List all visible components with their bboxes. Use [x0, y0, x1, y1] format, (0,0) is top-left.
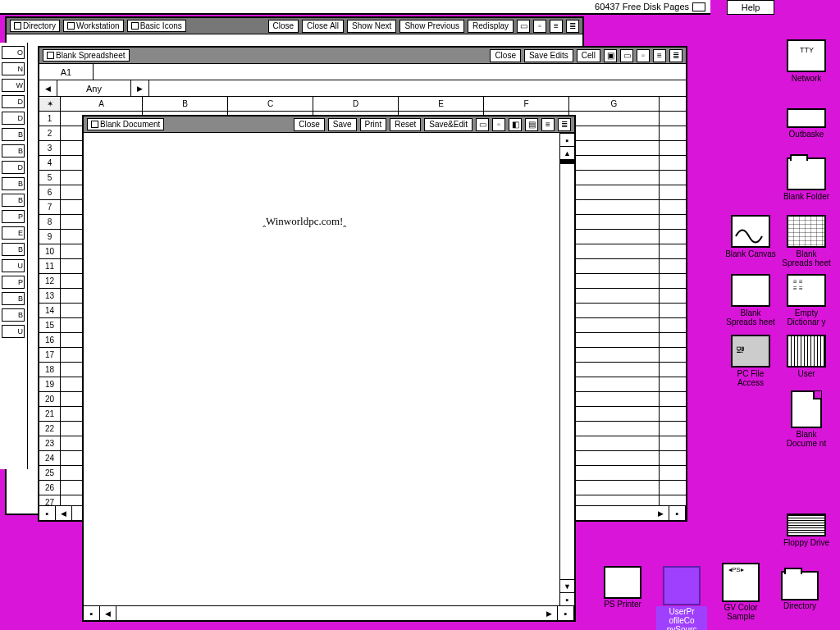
cell[interactable] — [569, 304, 660, 317]
row-header[interactable]: 4 — [39, 156, 60, 171]
column-header-B[interactable]: B — [143, 97, 228, 111]
blank-canvas-icon[interactable]: Blank Canvas — [725, 215, 776, 258]
blank-folder-icon[interactable]: Blank Folder — [781, 158, 832, 201]
cell[interactable] — [569, 466, 660, 480]
floppy-drive-icon[interactable]: Floppy Drive — [781, 514, 832, 547]
cell[interactable] — [569, 259, 660, 273]
blank-document-icon[interactable]: Blank Docume nt — [781, 390, 832, 448]
directory-icon[interactable]: Directory — [774, 571, 825, 610]
tab-directory[interactable]: Directory — [10, 20, 60, 32]
row-header[interactable]: 25 — [39, 466, 60, 481]
cell[interactable] — [569, 141, 660, 155]
doc-reset-button[interactable]: Reset — [390, 118, 421, 131]
strip-item[interactable]: B — [2, 128, 25, 141]
pc-file-access-icon[interactable]: 🖳PC File Access — [725, 335, 776, 387]
ss-cell-button[interactable]: Cell — [577, 49, 600, 62]
hscroll-stop-icon[interactable]: ▪ — [39, 506, 56, 520]
window-button-3[interactable]: ≡ — [550, 20, 563, 33]
window-button-1[interactable]: ▭ — [517, 20, 530, 33]
cell[interactable] — [569, 422, 660, 436]
cell[interactable] — [569, 289, 660, 303]
strip-item[interactable]: P — [2, 276, 25, 289]
cell[interactable] — [569, 185, 660, 199]
hscroll-left-icon[interactable] — [56, 506, 72, 520]
row-header[interactable]: 17 — [39, 348, 60, 363]
row-header[interactable]: 20 — [39, 392, 60, 407]
row-header[interactable]: 15 — [39, 318, 60, 333]
ss-win-btn-1[interactable]: ▣ — [604, 49, 617, 62]
hscroll-stop-icon[interactable]: ▪ — [84, 606, 100, 620]
doc-vertical-scrollbar[interactable]: ▪ ▪ — [559, 133, 574, 605]
hscroll-right-icon[interactable] — [653, 506, 669, 520]
cell[interactable] — [569, 451, 660, 465]
doc-close-button[interactable]: Close — [294, 118, 325, 131]
strip-item[interactable]: D — [2, 112, 25, 125]
tab-workstation[interactable]: Workstation — [63, 20, 124, 32]
row-header[interactable]: 24 — [39, 451, 60, 466]
strip-item[interactable]: B — [2, 292, 25, 305]
ss-save-edits-button[interactable]: Save Edits — [524, 49, 573, 62]
row-header[interactable]: 8 — [39, 215, 60, 230]
column-header-A[interactable]: A — [61, 97, 143, 111]
cell[interactable] — [569, 112, 660, 126]
empty-dictionary-icon[interactable]: ≡ ≡≡ ≡Empty Dictionar y — [781, 274, 832, 326]
doc-btn-3[interactable]: ◧ — [509, 118, 522, 131]
vscroll-bottom-icon[interactable]: ▪ — [560, 592, 574, 605]
ss-win-btn-5[interactable]: ≣ — [669, 49, 682, 62]
doc-print-button[interactable]: Print — [360, 118, 387, 131]
type-next-arrow[interactable] — [131, 80, 149, 96]
row-header[interactable]: 3 — [39, 141, 60, 156]
strip-item[interactable]: B — [2, 308, 25, 322]
row-header[interactable]: 21 — [39, 407, 60, 422]
strip-item[interactable]: W — [2, 79, 25, 92]
doc-btn-2[interactable]: ▫ — [492, 118, 505, 131]
row-header[interactable]: 23 — [39, 436, 60, 451]
row-header[interactable]: 7 — [39, 200, 60, 215]
row-header[interactable]: 10 — [39, 244, 60, 259]
strip-item[interactable]: B — [2, 243, 25, 256]
cell[interactable] — [569, 392, 660, 406]
row-header[interactable]: 12 — [39, 274, 60, 289]
column-header-C[interactable]: C — [228, 97, 313, 111]
cell[interactable] — [569, 333, 660, 347]
ss-win-btn-4[interactable]: ≡ — [653, 49, 666, 62]
strip-item[interactable]: B — [2, 144, 25, 158]
hscroll-track[interactable] — [116, 606, 541, 620]
type-selector[interactable]: Any — [57, 80, 131, 96]
row-header[interactable]: 26 — [39, 481, 60, 495]
strip-item[interactable]: N — [2, 62, 25, 75]
cell[interactable] — [569, 244, 660, 258]
doc-btn-6[interactable]: ≣ — [558, 118, 571, 131]
row-header[interactable]: 22 — [39, 422, 60, 436]
ss-win-btn-3[interactable]: ▫ — [637, 49, 650, 62]
doc-horizontal-scrollbar[interactable]: ▪ ▪ — [84, 605, 574, 620]
show-next-button[interactable]: Show Next — [347, 20, 396, 33]
window-button-2[interactable]: ▫ — [533, 20, 546, 33]
vscroll-down-icon[interactable] — [560, 579, 574, 592]
cell[interactable] — [569, 377, 660, 391]
tab-basic-icons[interactable]: Basic Icons — [127, 20, 186, 32]
doc-save-button[interactable]: Save — [328, 118, 357, 131]
strip-item[interactable]: E — [2, 226, 25, 240]
cell[interactable] — [569, 230, 660, 244]
blank-spreadsheet-icon-2[interactable]: Blank Spreads heet — [725, 274, 776, 326]
ss-close-button[interactable]: Close — [490, 49, 521, 62]
corner-cell[interactable]: ✶ — [39, 97, 60, 112]
hscroll-left-icon[interactable] — [100, 606, 116, 620]
vscroll-up-icon[interactable] — [560, 146, 574, 159]
document-content[interactable]: ‸Winworldpc.com!‸ — [84, 133, 574, 231]
cell[interactable] — [569, 156, 660, 170]
cell[interactable] — [569, 348, 660, 362]
row-header[interactable]: 1 — [39, 112, 60, 126]
strip-item[interactable]: U — [2, 325, 25, 338]
hscroll-end-icon[interactable]: ▪ — [669, 506, 686, 520]
doc-btn-5[interactable]: ≡ — [541, 118, 555, 131]
cell[interactable] — [569, 363, 660, 377]
help-button[interactable]: Help — [727, 0, 774, 15]
strip-item[interactable]: B — [2, 194, 25, 207]
cell[interactable] — [569, 407, 660, 421]
outbasket-icon[interactable]: Outbaske — [781, 108, 832, 139]
ps-printer-icon[interactable]: PS Printer — [597, 566, 648, 609]
row-header[interactable]: 6 — [39, 185, 60, 200]
gv-color-sample-icon[interactable]: ◂PS▸GV Color Sample — [715, 563, 766, 621]
